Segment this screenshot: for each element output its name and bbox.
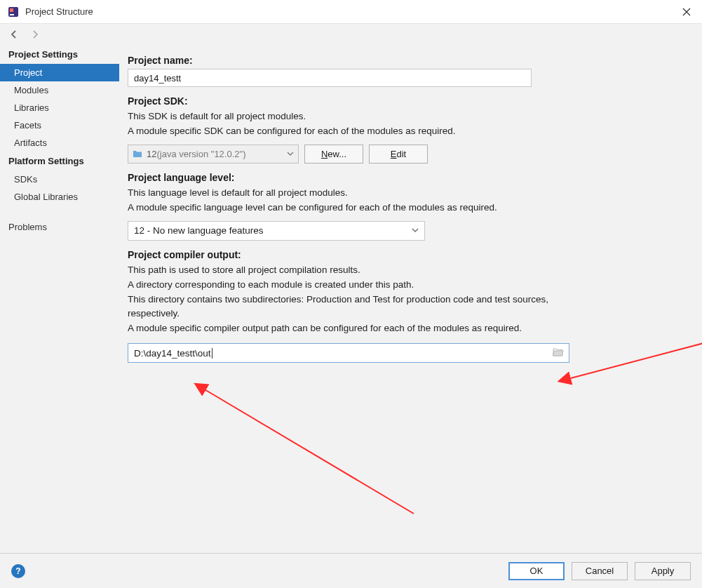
sdk-combobox[interactable]: 12 (java version "12.0.2") — [128, 145, 299, 163]
annotation-arrow-left — [189, 380, 428, 521]
sidebar-item-sdks[interactable]: SDKs — [0, 171, 119, 188]
ok-button[interactable]: OK — [508, 562, 565, 580]
dialog-body: Project Settings Project Modules Librari… — [0, 44, 702, 553]
sidebar-item-artifacts[interactable]: Artifacts — [0, 134, 119, 152]
output-desc-2: A directory corresponding to each module… — [128, 278, 687, 293]
project-name-value: day14_testt — [134, 73, 181, 83]
sidebar-section-platform-settings: Platform Settings — [0, 152, 119, 171]
edit-btn-rest: dit — [396, 149, 406, 159]
output-desc-3: This directory contains two subdirectori… — [128, 293, 576, 322]
sdk-desc-2: A module specific SDK can be configured … — [128, 124, 687, 139]
language-level-label: Project language level: — [128, 172, 687, 183]
project-sdk-label: Project SDK: — [128, 95, 687, 107]
sidebar-item-problems[interactable]: Problems — [0, 218, 119, 236]
edit-sdk-button[interactable]: Edit — [369, 145, 428, 163]
nav-toolbar — [0, 24, 702, 44]
svg-line-4 — [203, 389, 414, 514]
sidebar-item-facets[interactable]: Facets — [0, 116, 119, 134]
compiler-output-input[interactable]: D:\day14_testt\out — [128, 344, 548, 362]
sidebar-item-global-libraries[interactable]: Global Libraries — [0, 188, 119, 206]
sidebar-section-project-settings: Project Settings — [0, 45, 119, 64]
content-panel: Project name: day14_testt Project SDK: T… — [119, 44, 702, 553]
svg-rect-1 — [10, 8, 13, 12]
app-icon — [7, 6, 20, 18]
svg-rect-2 — [10, 14, 14, 15]
sidebar: Project Settings Project Modules Librari… — [0, 44, 119, 553]
output-desc-4: A module specific compiler output path c… — [128, 321, 576, 336]
sdk-combo-suffix: (java version "12.0.2") — [156, 149, 245, 159]
compiler-output-label: Project compiler output: — [128, 249, 687, 260]
sidebar-item-modules[interactable]: Modules — [0, 81, 119, 99]
output-desc-1: This path is used to store all project c… — [128, 263, 687, 278]
sidebar-item-project[interactable]: Project — [0, 64, 119, 81]
help-button[interactable]: ? — [11, 564, 25, 578]
sidebar-item-libraries[interactable]: Libraries — [0, 99, 119, 116]
dialog-footer: ? OK Cancel Apply — [0, 553, 702, 588]
chevron-down-icon — [287, 149, 294, 159]
forward-button[interactable] — [28, 27, 42, 41]
folder-open-icon — [553, 347, 564, 359]
back-button[interactable] — [7, 27, 21, 41]
folder-icon — [133, 149, 142, 158]
titlebar: Project Structure — [0, 0, 702, 24]
language-level-combobox[interactable]: 12 - No new language features — [128, 221, 425, 241]
sdk-combo-prefix: 12 — [147, 149, 156, 159]
project-structure-dialog: Project Structure Project Settings Proje… — [0, 0, 702, 588]
new-sdk-button[interactable]: New... — [304, 145, 363, 163]
project-name-label: Project name: — [128, 55, 687, 66]
project-name-input[interactable]: day14_testt — [128, 69, 532, 87]
lang-desc-1: This language level is default for all p… — [128, 186, 687, 201]
text-cursor — [212, 348, 212, 359]
sdk-desc-1: This SDK is default for all project modu… — [128, 109, 687, 124]
window-title: Project Structure — [25, 6, 677, 17]
cancel-button[interactable]: Cancel — [572, 562, 628, 580]
browse-output-button[interactable] — [548, 344, 569, 362]
annotation-arrow-right — [547, 331, 702, 387]
close-button[interactable] — [677, 2, 696, 22]
svg-line-3 — [568, 338, 702, 379]
apply-button[interactable]: Apply — [635, 562, 691, 580]
compiler-output-value: D:\day14_testt\out — [134, 348, 211, 359]
new-btn-rest: ew... — [328, 149, 346, 159]
chevron-down-icon — [412, 225, 419, 236]
lang-desc-2: A module specific language level can be … — [128, 201, 687, 215]
language-level-value: 12 - No new language features — [134, 225, 264, 236]
